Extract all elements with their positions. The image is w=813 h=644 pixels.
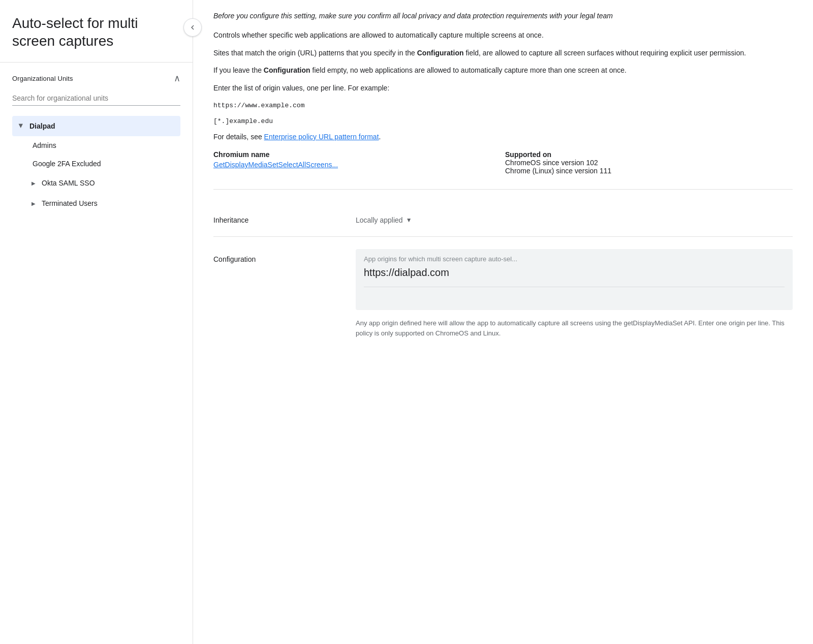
desc5-pre: For details, see [213,133,264,141]
arrow-right-icon-terminated: ▶ [28,198,39,208]
sidebar: Auto-select for multi screen captures Or… [0,0,193,644]
org-units-header: Organizational Units ∧ [12,73,180,84]
chromium-name-col: Chromium name GetDisplayMediaSetSelectAl… [213,150,501,175]
tree-item-okta-saml[interactable]: ▶ Okta SAML SSO [28,173,180,193]
org-tree: ▶ Dialpad Admins Google 2FA Excluded ▶ O… [12,116,180,213]
config-bottom-border [364,287,785,287]
main-content: Before you configure this setting, make … [193,0,813,644]
page-title: Auto-select for multi screen captures [12,14,180,50]
supported-on-line2: Chrome (Linux) since version 111 [505,167,793,175]
tree-item-admins-label: Admins [33,141,56,149]
top-notice: Before you configure this setting, make … [193,0,813,21]
inheritance-value: Locally applied [356,216,403,224]
content-body: Controls whether specific web applicatio… [193,21,813,644]
section-divider [213,189,793,190]
configuration-label: Configuration [213,249,356,263]
desc5: For details, see Enterprise policy URL p… [213,131,793,142]
desc2-bold: Configuration [417,49,464,57]
collapse-sidebar-button[interactable] [183,18,202,37]
org-units-label: Organizational Units [12,75,73,82]
tree-item-google-2fa[interactable]: Google 2FA Excluded [28,155,180,173]
chromium-name-label: Chromium name [213,150,501,159]
desc2-pre: Sites that match the origin (URL) patter… [213,49,417,57]
desc3-pre: If you leave the [213,66,264,74]
search-box [12,92,180,106]
desc4: Enter the list of origin values, one per… [213,82,793,94]
org-units-section: Organizational Units ∧ ▶ Dialpad Admins … [0,63,193,213]
desc2-post: field, are allowed to capture all screen… [464,49,746,57]
desc3-post: field empty, no web applications are all… [310,66,627,74]
tree-item-dialpad-label: Dialpad [29,122,55,130]
arrow-right-icon-okta: ▶ [28,178,39,188]
tree-item-okta-label: Okta SAML SSO [42,179,95,187]
tree-item-terminated-users[interactable]: ▶ Terminated Users [28,193,180,213]
desc3-bold: Configuration [264,66,310,74]
search-input[interactable] [12,92,180,106]
org-units-collapse-icon[interactable]: ∧ [174,73,180,84]
config-area: App origins for which multi screen captu… [356,249,793,338]
enterprise-policy-link[interactable]: Enterprise policy URL pattern format [264,133,379,141]
arrow-down-icon: ▶ [16,121,26,131]
top-notice-text: Before you configure this setting, make … [213,12,613,20]
config-placeholder: App origins for which multi screen captu… [364,255,785,263]
inheritance-value-container: Locally applied ▼ [356,216,412,224]
desc1: Controls whether specific web applicatio… [213,29,793,41]
config-hint: Any app origin defined here will allow t… [356,318,793,338]
tree-item-dialpad[interactable]: ▶ Dialpad [12,116,180,136]
meta-grid: Chromium name GetDisplayMediaSetSelectAl… [213,150,793,175]
tree-children: Admins Google 2FA Excluded ▶ Okta SAML S… [12,136,180,213]
supported-on-line1: ChromeOS since version 102 [505,159,793,167]
chromium-name-link[interactable]: GetDisplayMediaSetSelectAllScreens... [213,161,501,169]
code-example-1: https://www.example.com [213,100,793,111]
config-textarea-container[interactable]: App origins for which multi screen captu… [356,249,793,310]
inheritance-dropdown-arrow[interactable]: ▼ [406,217,412,224]
tree-item-terminated-label: Terminated Users [42,199,98,207]
inheritance-row: Inheritance Locally applied ▼ [213,204,793,237]
supported-on-col: Supported on ChromeOS since version 102 … [505,150,793,175]
configuration-row: Configuration App origins for which mult… [213,237,793,338]
desc5-post: . [379,133,381,141]
code-example-2: [*.]example.edu [213,115,793,127]
tree-item-admins[interactable]: Admins [28,136,180,155]
desc3: If you leave the Configuration field emp… [213,65,793,76]
desc2: Sites that match the origin (URL) patter… [213,47,793,58]
tree-item-google-2fa-label: Google 2FA Excluded [33,160,101,168]
config-value: https://dialpad.com [364,267,785,279]
supported-on-label: Supported on [505,150,793,159]
sidebar-title-section: Auto-select for multi screen captures [0,0,193,62]
chevron-left-icon [188,23,197,32]
inheritance-label: Inheritance [213,216,356,224]
